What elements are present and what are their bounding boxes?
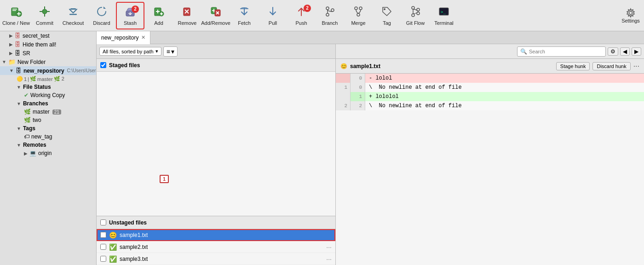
line-content-1: \ No newline at end of file xyxy=(365,83,644,92)
sidebar-item-hide-them-all[interactable]: ▶ 🗄 Hide them all! xyxy=(0,40,96,49)
toolbar-checkout-button[interactable]: Checkout xyxy=(59,2,87,29)
sidebar-section-branches[interactable]: ▼ Branches xyxy=(0,99,96,108)
toolbar-remove-label: Remove xyxy=(178,20,197,26)
diff-more-button[interactable]: ··· xyxy=(633,62,639,70)
diff-filename: 😊 sample1.txt xyxy=(340,63,380,69)
left-panel: All files, sorted by path ▾ ≡ ▾ Staged f… xyxy=(97,44,336,265)
sidebar-item-remote-origin[interactable]: ▶ 💻 origin xyxy=(0,149,96,157)
unstaged-file-list: 😊sample1.txt✅sample2.txt···✅sample3.txt·… xyxy=(97,229,335,265)
sidebar-branches-label: Branches xyxy=(23,100,48,107)
repo-icon: 🗄 xyxy=(16,67,22,74)
branch-count: 🌿 2 xyxy=(54,76,64,82)
toolbar-merge-button[interactable]: Merge xyxy=(344,2,373,29)
sidebar-section-tags[interactable]: ▼ Tags xyxy=(0,124,96,132)
tab-new-repository[interactable]: new_repository ✕ xyxy=(97,31,150,44)
toolbar-fetch-button[interactable]: Fetch xyxy=(230,2,259,29)
fetch-icon xyxy=(238,6,250,19)
toolbar-stash-label: Stash xyxy=(124,20,137,26)
search-box[interactable]: 🔍 xyxy=(517,46,606,57)
toolbar-add-remove-label: Add/Remove xyxy=(201,20,230,26)
stash-badge: 2 xyxy=(132,6,139,13)
sidebar-sr-label: SR xyxy=(23,50,30,57)
file-dots-2[interactable]: ··· xyxy=(326,255,332,263)
toolbar-stash-button[interactable]: 2 Stash xyxy=(116,2,144,29)
sidebar-tags-label: Tags xyxy=(23,125,35,132)
add-icon xyxy=(153,6,165,19)
sidebar-section-remotes[interactable]: ▼ Remotes xyxy=(0,141,96,149)
diff-file-icon: 😊 xyxy=(340,63,347,69)
unstaged-file-item-1[interactable]: ✅sample2.txt··· xyxy=(97,241,335,253)
sidebar-item-new-repository[interactable]: ▼ 🗄 new_repository C:\Users\User xyxy=(0,66,96,75)
nav-back-button[interactable]: ◀ xyxy=(620,47,630,56)
checkout-icon xyxy=(67,6,79,19)
toolbar-pull-button[interactable]: Pull xyxy=(259,2,287,29)
sidebar-item-secret-test[interactable]: ▶ 🗄 secret_test xyxy=(0,31,96,40)
discard-hunk-button[interactable]: Discard hunk xyxy=(592,62,630,70)
sidebar-item-working-copy[interactable]: ✔ Working Copy xyxy=(0,91,96,99)
content-area: All files, sorted by path ▾ ≡ ▾ Staged f… xyxy=(97,44,644,265)
commit-icon xyxy=(39,6,51,19)
svg-rect-4 xyxy=(12,9,17,10)
file-checkbox-2[interactable] xyxy=(100,256,106,262)
staged-checkbox[interactable] xyxy=(100,62,106,68)
expand-arrow-icon: ▼ xyxy=(17,143,21,148)
toolbar-terminal-label: Terminal xyxy=(434,20,454,26)
settings-button[interactable]: Settings xyxy=(619,2,642,29)
file-name-0: sample1.txt xyxy=(120,232,332,238)
line-new-num-3: 2 xyxy=(351,101,365,110)
file-dots-1[interactable]: ··· xyxy=(326,243,332,251)
unstaged-title: Unstaged files xyxy=(109,219,147,226)
toolbar-add-button[interactable]: Add xyxy=(144,2,173,29)
toolbar-branch-button[interactable]: Branch xyxy=(316,2,344,29)
sidebar-new-tag-label: new_tag xyxy=(31,133,52,140)
add-remove-icon xyxy=(210,6,222,19)
sidebar-section-file-status[interactable]: ▼ File Status xyxy=(0,83,96,91)
right-panel: 🔍 ⚙ ◀ ▶ 😊 sample1.txt xyxy=(336,44,644,265)
expand-arrow-icon: ▼ xyxy=(17,101,21,106)
file-name-1: sample2.txt xyxy=(120,244,323,250)
toolbar-discard-button[interactable]: Discard xyxy=(87,2,116,29)
merge-icon xyxy=(352,6,364,19)
toolbar-pull-label: Pull xyxy=(269,20,277,26)
unstaged-checkbox[interactable] xyxy=(100,219,106,225)
toolbar-tag-button[interactable]: Tag xyxy=(373,2,401,29)
pull-icon xyxy=(267,6,279,19)
search-settings-button[interactable]: ⚙ xyxy=(608,47,618,56)
nav-forward-button[interactable]: ▶ xyxy=(632,47,641,56)
sidebar-origin-label: origin xyxy=(38,150,52,156)
toolbar-add-remove-button[interactable]: Add/Remove xyxy=(201,2,230,29)
file-name-2: sample3.txt xyxy=(120,256,323,262)
toolbar-add-label: Add xyxy=(154,20,163,26)
sidebar-new-repository-label: new_repository xyxy=(23,68,64,74)
sidebar-item-branch-master[interactable]: 🌿 master 21 xyxy=(0,108,96,116)
toolbar-push-button[interactable]: 2 Push xyxy=(287,2,316,29)
toolbar-remove-button[interactable]: Remove xyxy=(173,2,201,29)
right-toolbar: 🔍 ⚙ ◀ ▶ xyxy=(336,44,644,59)
file-filter-dropdown[interactable]: All files, sorted by path ▾ xyxy=(99,47,161,56)
expand-arrow-icon: ▼ xyxy=(9,68,14,73)
toolbar-git-flow-button[interactable]: Git Flow xyxy=(401,2,430,29)
unstaged-file-item-0[interactable]: 😊sample1.txt xyxy=(97,229,335,241)
svg-text:>_: >_ xyxy=(441,10,446,14)
diff-header: 😊 sample1.txt Stage hunk Discard hunk ··… xyxy=(336,59,644,74)
search-input[interactable] xyxy=(529,49,603,54)
file-checkbox-1[interactable] xyxy=(100,244,106,250)
tab-close-button[interactable]: ✕ xyxy=(141,35,145,40)
filter-view-button[interactable]: ≡ ▾ xyxy=(163,46,178,57)
tab-label: new_repository xyxy=(101,35,138,41)
toolbar-clone-new-button[interactable]: Clone / New xyxy=(2,2,30,29)
sidebar-item-sr[interactable]: ▶ 🗄 SR xyxy=(0,49,96,58)
sidebar-item-branch-two[interactable]: 🌿 two xyxy=(0,116,96,124)
file-checkbox-0[interactable] xyxy=(100,232,106,238)
sidebar-item-new-folder[interactable]: ▼ 📁 New Folder xyxy=(0,58,96,66)
diff-content: 0- lolol10\ No newline at end of file1+ … xyxy=(336,74,644,265)
sidebar-item-tag-new-tag[interactable]: 🏷 new_tag xyxy=(0,132,96,141)
working-copy-icon: ✔ xyxy=(24,92,29,98)
svg-point-33 xyxy=(326,7,329,10)
stage-hunk-button[interactable]: Stage hunk xyxy=(556,62,590,70)
unstaged-file-item-2[interactable]: ✅sample3.txt··· xyxy=(97,253,335,265)
toolbar-commit-button[interactable]: Commit xyxy=(30,2,59,29)
line-new-num-1: 0 xyxy=(351,83,365,92)
toolbar-terminal-button[interactable]: >_ Terminal xyxy=(430,2,458,29)
sidebar-branch-info: 🟡 1 | 🌿 master 🌿 2 xyxy=(0,75,96,83)
